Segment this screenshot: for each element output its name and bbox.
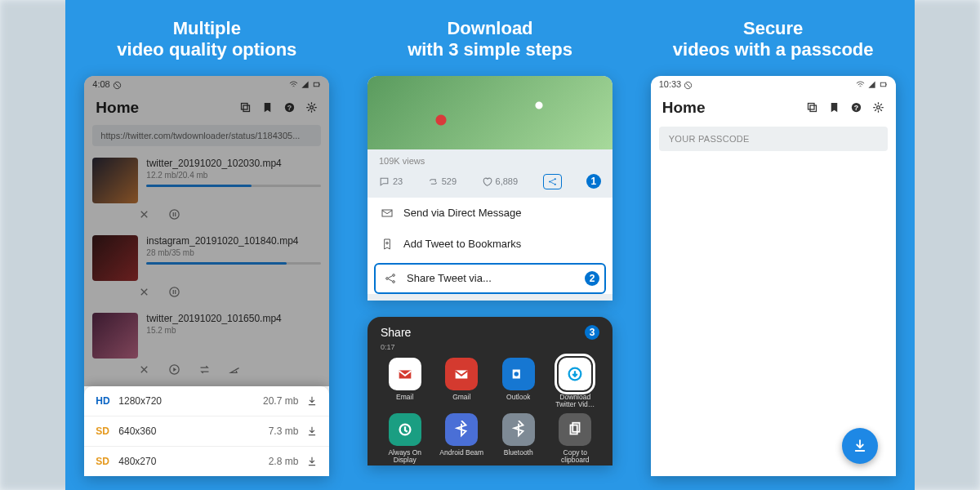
- panel-passcode: Securevideos with a passcode 10:33 Home: [631, 0, 915, 490]
- help-icon[interactable]: ?: [850, 101, 862, 114]
- quality-option[interactable]: HD 1280x720 20.7 mb: [84, 386, 329, 416]
- quality-tag: HD: [96, 395, 118, 407]
- no-sim-icon: [684, 81, 693, 90]
- app-label: Email: [396, 394, 413, 410]
- pause-icon[interactable]: [168, 208, 180, 220]
- svg-rect-25: [573, 423, 580, 432]
- phone-screenshot-1: 4:08 Home ? https://: [84, 76, 329, 476]
- close-icon[interactable]: [138, 363, 150, 376]
- svg-rect-3: [242, 104, 248, 110]
- share-icon[interactable]: [229, 363, 241, 376]
- svg-point-0: [114, 82, 120, 88]
- svg-point-5: [285, 103, 294, 112]
- svg-point-15: [386, 277, 389, 279]
- phone-screenshot-3: 10:33 Home ? YOUR PA: [651, 76, 896, 476]
- video-thumbnail[interactable]: [368, 76, 612, 149]
- share-target[interactable]: Gmail: [436, 358, 488, 410]
- like-count[interactable]: 6,889: [482, 174, 519, 189]
- filesize: 7.3 mb: [269, 425, 299, 437]
- app-icon: [445, 413, 478, 446]
- svg-rect-1: [314, 82, 319, 87]
- step-badge-1: 1: [586, 174, 601, 189]
- svg-rect-24: [571, 425, 577, 434]
- tweet-preview: 109K views 23 529 6,889 1 Send via Direc…: [368, 76, 612, 301]
- bookmark-icon[interactable]: [828, 101, 840, 114]
- progress-bar: [146, 185, 321, 187]
- svg-point-13: [554, 183, 555, 185]
- pause-icon[interactable]: [168, 286, 180, 298]
- share-target[interactable]: Download Twitter Vid…: [550, 358, 602, 410]
- app-label: Copy to clipboard: [550, 449, 602, 466]
- svg-rect-14: [382, 210, 392, 216]
- passcode-input[interactable]: YOUR PASSCODE: [659, 127, 888, 151]
- download-icon: [306, 456, 318, 467]
- download-icon: [306, 425, 318, 437]
- filesize: 2.8 mb: [269, 456, 299, 467]
- close-icon[interactable]: [138, 208, 150, 220]
- page-title: Home: [662, 99, 706, 117]
- svg-point-17: [393, 280, 395, 283]
- app-icon: [389, 358, 421, 390]
- share-target[interactable]: Email: [379, 358, 431, 410]
- svg-text:?: ?: [853, 104, 858, 112]
- quality-option[interactable]: SD 480x270 2.8 mb: [84, 447, 329, 476]
- quality-option[interactable]: SD 640x360 7.3 mb: [84, 416, 329, 447]
- gear-icon[interactable]: [872, 101, 884, 114]
- repeat-icon[interactable]: [198, 363, 211, 376]
- video-thumb: [92, 235, 138, 281]
- share-sheet-title: Share: [381, 326, 411, 339]
- svg-rect-29: [808, 104, 814, 110]
- progress-bar: [146, 262, 321, 265]
- svg-rect-27: [880, 82, 885, 87]
- panel-title: Downloadwith 3 simple steps: [408, 18, 572, 61]
- bookmark-icon[interactable]: [261, 101, 274, 114]
- download-item: instagram_20191020_101840.mp4 28 mb/35 m…: [84, 229, 329, 281]
- video-thumb: [92, 158, 138, 203]
- signal-icon: [301, 80, 310, 89]
- svg-rect-30: [810, 105, 817, 112]
- share-button[interactable]: [543, 174, 562, 189]
- library-icon[interactable]: [806, 101, 818, 114]
- battery-icon: [312, 80, 321, 89]
- share-target[interactable]: Always On Display: [379, 413, 431, 466]
- share-icon: [384, 272, 397, 285]
- app-icon: [559, 358, 591, 390]
- envelope-icon: [381, 207, 394, 220]
- retweet-icon: [428, 176, 439, 187]
- panel-download-steps: Downloadwith 3 simple steps 109K views 2…: [349, 0, 632, 490]
- filesize: 28 mb/35 mb: [146, 248, 321, 257]
- svg-point-7: [310, 106, 314, 109]
- app-icon: [502, 413, 535, 446]
- download-fab[interactable]: [842, 428, 878, 464]
- share-target[interactable]: Android Beam: [436, 413, 488, 466]
- resolution: 640x360: [118, 425, 268, 437]
- clock: 10:33: [659, 79, 682, 89]
- gear-icon[interactable]: [305, 101, 318, 114]
- app-label: Always On Display: [379, 449, 431, 466]
- url-input[interactable]: https://twitter.com/twdownloader/status/…: [92, 125, 321, 146]
- menu-share-via[interactable]: Share Tweet via... 2: [374, 263, 606, 294]
- step-badge-2: 2: [585, 271, 599, 286]
- download-item: twitter_20191020_102030.mp4 12.2 mb/20.4…: [84, 151, 329, 203]
- page-title: Home: [96, 99, 139, 117]
- play-icon[interactable]: [168, 363, 180, 376]
- filename: instagram_20191020_101840.mp4: [146, 235, 321, 247]
- share-target[interactable]: Copy to clipboard: [550, 413, 602, 466]
- app-header: Home ?: [84, 94, 329, 123]
- share-target[interactable]: Bluetooth: [492, 413, 545, 466]
- menu-bookmark[interactable]: Add Tweet to Bookmarks: [368, 229, 612, 260]
- wifi-icon: [856, 80, 865, 89]
- svg-point-12: [554, 178, 555, 180]
- retweet-count[interactable]: 529: [428, 174, 457, 189]
- android-share-sheet: Share 3 0:17 Email Gmail Outlook Downloa…: [368, 317, 612, 466]
- svg-point-11: [549, 180, 550, 182]
- close-icon[interactable]: [138, 286, 150, 298]
- filename: twitter_20191020_102030.mp4: [146, 158, 321, 169]
- share-icon: [547, 176, 558, 187]
- share-target[interactable]: Outlook: [492, 358, 545, 410]
- menu-send-dm[interactable]: Send via Direct Message: [368, 198, 612, 229]
- app-label: Outlook: [506, 394, 530, 410]
- library-icon[interactable]: [239, 101, 252, 114]
- comment-count[interactable]: 23: [379, 174, 403, 189]
- help-icon[interactable]: ?: [283, 101, 296, 114]
